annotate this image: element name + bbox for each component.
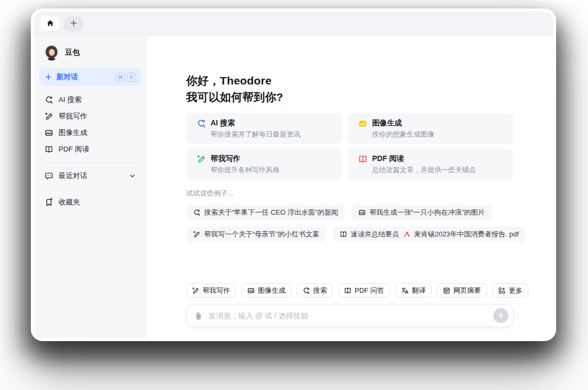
tab-bar — [34, 12, 553, 36]
main-content: 你好，Theodore 我可以如何帮到你? AI 搜索 帮你搜索并了解每日最新资… — [147, 36, 553, 338]
chat-bubble-icon — [45, 172, 53, 180]
image-gen-icon — [45, 129, 53, 137]
cmd-key: ⌘ — [116, 73, 125, 82]
webpage-icon — [443, 287, 450, 294]
greeting-line2: 我可以如何帮到你? — [186, 89, 514, 105]
ai-search-icon — [197, 119, 206, 128]
skill-image-gen[interactable]: 图像生成 — [241, 283, 291, 298]
sidebar: 豆包 新对话 ⌘ K AI 搜索 — [34, 36, 147, 338]
example-chip-file-name: 麦肯锡2023年中国消费者报告. pdf — [414, 230, 519, 239]
card-title: AI 搜索 — [211, 118, 235, 128]
translate-icon — [401, 287, 409, 294]
card-subtitle: 总结这篇文章，并提供一些关键点 — [372, 165, 505, 175]
skill-label: 网页摘要 — [453, 286, 481, 295]
send-button[interactable] — [493, 308, 508, 323]
example-chip-label: 帮我生成一张“一只小狗在冲浪”的图片 — [369, 208, 485, 217]
card-ai-search[interactable]: AI 搜索 帮你搜索并了解每日最新资讯 — [186, 113, 342, 144]
skill-translate[interactable]: 翻译 — [396, 283, 432, 298]
skill-label: 图像生成 — [258, 286, 285, 295]
write-icon — [197, 155, 206, 164]
sidebar-item-recent-chats[interactable]: 最近对话 — [39, 167, 141, 184]
write-icon — [193, 231, 200, 238]
skill-webpage-summary[interactable]: 网页摘要 — [437, 283, 487, 298]
avatar — [44, 45, 60, 61]
bookmark-icon — [45, 198, 53, 207]
book-icon — [340, 231, 347, 238]
image-gen-icon — [247, 287, 255, 294]
sidebar-item-label: 最近对话 — [58, 171, 87, 181]
write-icon — [192, 287, 199, 294]
card-title: 图像生成 — [372, 118, 402, 128]
skill-label: 翻译 — [412, 286, 426, 295]
divider — [44, 162, 137, 163]
ai-search-icon — [45, 96, 53, 104]
new-chat-button[interactable]: 新对话 ⌘ K — [39, 68, 141, 86]
greeting-line1: 你好，Theodore — [186, 72, 514, 89]
book-icon — [45, 145, 53, 154]
sidebar-item-pdf-read[interactable]: PDF 阅读 — [39, 141, 141, 157]
skill-label: 帮我写作 — [203, 286, 230, 295]
card-write[interactable]: 帮我写作 帮你提升各种写作风格 — [186, 149, 342, 180]
k-key: K — [127, 73, 136, 82]
sidebar-item-label: 收藏夹 — [58, 198, 80, 207]
example-chip-generate-image[interactable]: 帮我生成一张“一只小狗在冲浪”的图片 — [351, 205, 492, 220]
sidebar-item-ai-search[interactable]: AI 搜索 — [39, 91, 141, 108]
skill-label: 更多 — [509, 286, 523, 295]
write-icon — [45, 112, 53, 121]
skill-write[interactable]: 帮我写作 — [186, 283, 236, 298]
example-chip-row: 帮我写一个关于“母亲节”的小红书文案 速读并总结要点 麦肯锡2023年中国消费者… — [186, 226, 514, 242]
book-icon — [344, 287, 351, 294]
home-icon — [46, 19, 54, 29]
chevron-down-icon[interactable] — [129, 172, 136, 180]
composer: 帮我写作 图像生成 搜索 — [186, 283, 514, 338]
card-subtitle: 帮你提升各种写作风格 — [211, 165, 334, 175]
skill-label: PDF 问答 — [355, 286, 384, 295]
greeting: 你好，Theodore 我可以如何帮到你? — [186, 72, 514, 105]
card-title: PDF 阅读 — [372, 154, 404, 164]
skill-more[interactable]: 更多 — [492, 283, 528, 298]
arrow-up-icon — [497, 312, 505, 319]
more-icon — [498, 287, 506, 294]
app-window: 豆包 新对话 ⌘ K AI 搜索 — [31, 9, 556, 341]
plus-icon — [70, 19, 78, 29]
example-chip-summarize-pdf[interactable]: 速读并总结要点 麦肯锡2023年中国消费者报告. pdf — [333, 226, 526, 242]
feature-cards: AI 搜索 帮你搜索并了解每日最新资讯 图像生成 按你的想象生成图像 — [186, 113, 514, 180]
new-chat-label: 新对话 — [56, 72, 78, 82]
sidebar-item-image-gen[interactable]: 图像生成 — [39, 124, 141, 141]
message-input[interactable] — [208, 311, 488, 320]
sidebar-item-label: PDF 阅读 — [58, 145, 89, 154]
example-chip-search-news[interactable]: 搜索关于“苹果下一任 CEO 浮出水面”的新闻 — [186, 205, 345, 220]
examples-title: 试试这些例子... — [186, 189, 514, 198]
card-title: 帮我写作 — [211, 154, 240, 164]
profile-name: 豆包 — [65, 48, 80, 57]
book-icon — [358, 155, 367, 164]
image-gen-icon — [358, 209, 366, 216]
card-subtitle: 按你的想象生成图像 — [372, 130, 505, 139]
example-chip-write-copy[interactable]: 帮我写一个关于“母亲节”的小红书文案 — [186, 226, 326, 242]
sidebar-item-label: 帮我写作 — [58, 112, 87, 121]
tab-home[interactable] — [40, 16, 60, 31]
skill-pdf-qa[interactable]: PDF 问答 — [338, 283, 390, 298]
new-tab-button[interactable] — [64, 16, 83, 31]
card-pdf-read[interactable]: PDF 阅读 总结这篇文章，并提供一些关键点 — [348, 149, 514, 180]
message-input-bar — [186, 304, 514, 327]
plus-icon — [45, 73, 52, 81]
example-chip-label: 搜索关于“苹果下一任 CEO 浮出水面”的新闻 — [204, 208, 338, 217]
sidebar-item-label: 图像生成 — [58, 128, 87, 138]
card-image-gen[interactable]: 图像生成 按你的想象生成图像 — [348, 113, 514, 144]
skill-bar: 帮我写作 图像生成 搜索 — [186, 283, 514, 298]
pdf-file-icon — [403, 231, 410, 238]
sidebar-item-write[interactable]: 帮我写作 — [39, 108, 141, 124]
desktop-background: 豆包 新对话 ⌘ K AI 搜索 — [0, 0, 588, 390]
skill-label: 搜索 — [313, 286, 327, 295]
skill-search[interactable]: 搜索 — [297, 283, 333, 298]
example-chip-row: 搜索关于“苹果下一任 CEO 浮出水面”的新闻 帮我生成一张“一只小狗在冲浪”的… — [186, 205, 514, 220]
ai-search-icon — [303, 287, 310, 294]
sidebar-item-favorites[interactable]: 收藏夹 — [39, 194, 141, 210]
example-chip-label: 速读并总结要点 — [351, 230, 399, 239]
divider — [44, 189, 137, 189]
paperclip-icon[interactable] — [194, 311, 203, 320]
profile[interactable]: 豆包 — [39, 41, 141, 68]
ai-search-icon — [193, 209, 200, 216]
shortcut-badge: ⌘ K — [116, 73, 136, 82]
